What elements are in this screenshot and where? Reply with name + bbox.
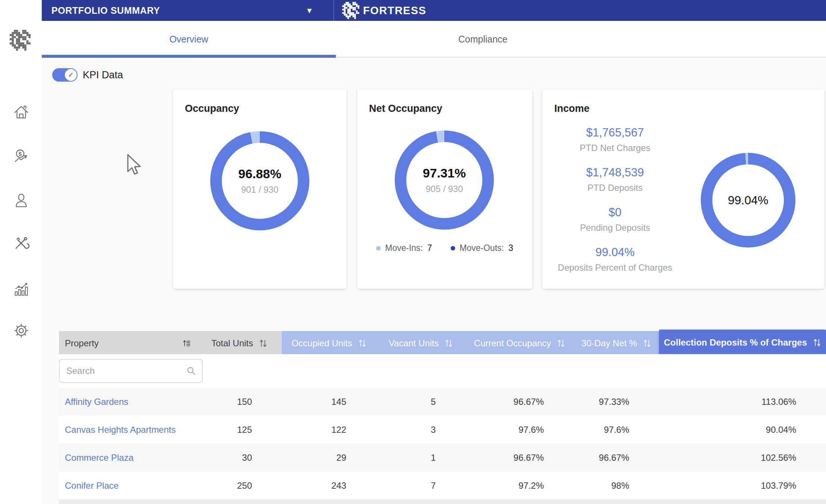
income-metrics: $1,765,567 PTD Net Charges $1,748,539 PT… — [542, 126, 688, 286]
total-units-cell: 250 — [197, 481, 282, 491]
column-label: Current Occupancy — [474, 338, 551, 349]
column-header-total-units[interactable]: Total Units — [197, 331, 282, 356]
collection-cell: 103.79% — [659, 481, 826, 491]
occupancy-donut-chart: 96.88% 901 / 930 — [210, 131, 309, 230]
total-units-cell: 125 — [197, 425, 282, 435]
portfolio-selector-dropdown[interactable]: PORTFOLIO SUMMARY ▾ — [42, 0, 334, 21]
table-row[interactable]: Canvas Heights Apartments 125 122 3 97.6… — [59, 416, 826, 444]
metric-ptd-deposits: $1,748,539 PTD Deposits — [586, 166, 644, 193]
net-30-cell: 98% — [574, 481, 659, 491]
net-occupancy-card: Net Occupancy 97.31% 905 / 930 Move-Ins:… — [357, 89, 532, 289]
brand-name: FORTRESS — [363, 4, 426, 17]
metric-value: $1,748,539 — [586, 166, 644, 179]
occupied-units-cell: 243 — [282, 481, 376, 491]
occupancy-card: Occupancy 96.88% 901 / 930 — [173, 89, 347, 289]
tab-overview[interactable]: Overview — [42, 21, 336, 58]
column-header-collection-deposits[interactable]: Collection Deposits % of Charges — [659, 330, 826, 356]
column-label: Vacant Units — [389, 338, 439, 349]
income-percent: 99.04% — [728, 193, 769, 207]
column-header-30-day-net[interactable]: 30-Day Net % — [574, 331, 659, 356]
fortress-pixel-logo-icon — [10, 30, 31, 51]
net-30-cell: 97.33% — [574, 397, 659, 407]
sort-arrows-icon — [643, 338, 651, 348]
column-header-occupied-units[interactable]: Occupied Units — [282, 331, 376, 356]
vacant-units-cell: 1 — [376, 453, 466, 463]
main-content: ✓ KPI Data Occupancy 96.88% 901 / 930 Ne… — [42, 58, 826, 504]
table-search-row — [59, 354, 826, 388]
total-units-cell: 150 — [197, 397, 282, 407]
search-icon — [186, 366, 196, 376]
current-occupancy-cell: 96.67% — [466, 453, 574, 463]
net-occupancy-legend: Move-Ins: 7 Move-Outs: 3 — [357, 243, 532, 253]
column-header-vacant-units[interactable]: Vacant Units — [376, 331, 466, 356]
home-icon[interactable] — [13, 104, 30, 121]
total-units-cell: 30 — [197, 453, 282, 463]
sort-arrows-icon — [358, 338, 366, 348]
brand: FORTRESS — [342, 2, 426, 19]
portfolio-selector-label: PORTFOLIO SUMMARY — [51, 5, 160, 16]
column-label: Total Units — [211, 338, 253, 349]
topbar-divider — [334, 0, 334, 21]
income-card-title: Income — [554, 103, 590, 114]
metric-label: PTD Net Charges — [580, 143, 650, 153]
topbar: PORTFOLIO SUMMARY ▾ FORTRESS — [42, 0, 826, 21]
vacant-units-cell: 5 — [376, 397, 466, 407]
move-outs-label: Move-Outs: — [460, 243, 504, 253]
vacant-units-cell: 3 — [376, 425, 466, 435]
metric-value: $1,765,567 — [580, 126, 650, 139]
fortress-pixel-logo-icon-white — [342, 2, 359, 19]
collection-cell: 102.56% — [659, 453, 826, 463]
properties-table: Property Total Units Occupied Units — [59, 331, 826, 504]
table-row[interactable]: Conifer Place 250 243 7 97.2% 98% 103.79… — [59, 472, 826, 500]
settings-gear-icon[interactable] — [13, 322, 30, 339]
property-link[interactable]: Affinity Gardens — [59, 397, 197, 407]
current-occupancy-cell: 96.67% — [466, 397, 574, 407]
tools-icon[interactable] — [13, 234, 30, 252]
tab-compliance[interactable]: Compliance — [336, 21, 630, 58]
table-header-row: Property Total Units Occupied Units — [59, 331, 826, 354]
analytics-chart-icon[interactable] — [13, 280, 30, 297]
property-link[interactable]: Conifer Place — [59, 481, 197, 491]
legend-move-outs: Move-Outs: 3 — [451, 243, 513, 253]
sort-arrows-icon — [259, 338, 267, 348]
occupied-units-cell: 122 — [282, 425, 376, 435]
metric-pending-deposits: $0 Pending Deposits — [580, 206, 650, 233]
active-tab-indicator — [42, 55, 336, 58]
next-row-partial — [59, 500, 826, 504]
occupancy-card-title: Occupancy — [185, 103, 239, 114]
column-header-property[interactable]: Property — [59, 331, 197, 356]
property-link[interactable]: Canvas Heights Apartments — [59, 425, 197, 435]
column-label: Collection Deposits % of Charges — [664, 337, 807, 348]
search-input[interactable] — [60, 366, 186, 376]
table-row[interactable]: Affinity Gardens 150 145 5 96.67% 97.33%… — [59, 388, 826, 416]
toggle-switch[interactable]: ✓ — [52, 68, 78, 82]
person-icon[interactable] — [13, 192, 30, 209]
income-money-icon[interactable]: $ — [13, 148, 30, 165]
current-occupancy-cell: 97.2% — [466, 481, 574, 491]
table-row[interactable]: Commerce Plaza 30 29 1 96.67% 96.67% 102… — [59, 444, 826, 472]
income-donut-chart: 99.04% — [701, 153, 795, 248]
column-label: Property — [65, 338, 99, 349]
column-label: 30-Day Net % — [581, 338, 637, 349]
metric-value: 99.04% — [558, 246, 672, 259]
metric-ptd-net-charges: $1,765,567 PTD Net Charges — [580, 126, 650, 153]
occupancy-fraction: 901 / 930 — [241, 185, 278, 195]
move-outs-value: 3 — [508, 243, 513, 253]
sort-arrows-icon — [813, 338, 821, 347]
collection-cell: 90.04% — [659, 425, 826, 435]
property-link[interactable]: Commerce Plaza — [59, 453, 197, 463]
occupancy-percent: 96.88% — [238, 167, 281, 181]
move-outs-dot-icon — [451, 246, 455, 251]
column-header-current-occupancy[interactable]: Current Occupancy — [466, 331, 574, 356]
collection-cell: 113.06% — [659, 397, 826, 407]
kpi-data-toggle[interactable]: ✓ KPI Data — [52, 68, 123, 82]
svg-text:$: $ — [19, 151, 22, 157]
income-card: Income $1,765,567 PTD Net Charges $1,748… — [542, 89, 825, 289]
toggle-check-icon: ✓ — [65, 69, 77, 81]
occupied-units-cell: 29 — [282, 453, 376, 463]
sort-arrows-icon — [445, 338, 453, 348]
column-label: Occupied Units — [291, 338, 352, 349]
net-occupancy-donut-chart: 97.31% 905 / 930 — [395, 130, 494, 230]
search-box[interactable] — [59, 359, 203, 383]
vacant-units-cell: 7 — [376, 481, 466, 491]
